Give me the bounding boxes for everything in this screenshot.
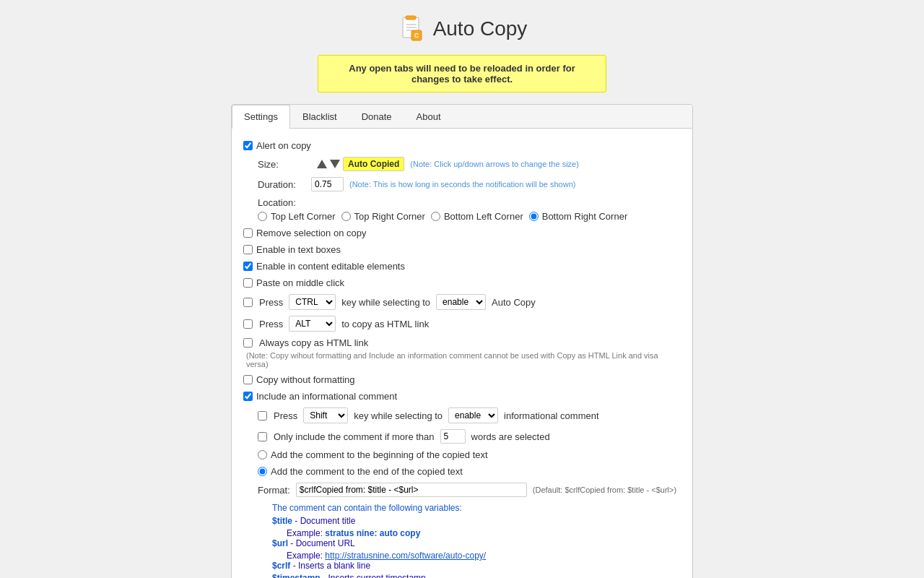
alert-on-copy-checkbox[interactable] bbox=[243, 141, 253, 150]
location-top-left-radio[interactable] bbox=[258, 212, 267, 221]
add-beginning-label[interactable]: Add the comment to the beginning of the … bbox=[258, 449, 488, 460]
app-header: C Auto Copy bbox=[397, 14, 528, 43]
location-top-right-radio[interactable] bbox=[341, 212, 351, 221]
format-input[interactable] bbox=[296, 483, 527, 497]
press-alt-checkbox[interactable] bbox=[243, 319, 253, 329]
press-ctrl-action-select[interactable]: enable disable bbox=[436, 294, 486, 310]
size-label: Size: bbox=[258, 159, 308, 170]
press-ctrl-checkbox[interactable] bbox=[243, 298, 253, 307]
location-options: Top Left Corner Top Right Corner Bottom … bbox=[258, 211, 627, 222]
press-ctrl-suffix: Auto Copy bbox=[492, 297, 536, 308]
var-url-line: $url - Document URL bbox=[272, 538, 681, 548]
press-shift-key-select[interactable]: Shift CTRL ALT bbox=[303, 407, 348, 423]
main-container: Settings Blacklist Donate About Alert on… bbox=[231, 104, 693, 578]
copy-without-formatting-row: Copy without formatting bbox=[243, 374, 681, 385]
enable-text-boxes-row: Enable in text boxes bbox=[243, 244, 681, 255]
size-up-icon[interactable] bbox=[317, 160, 327, 168]
copy-without-formatting-checkbox[interactable] bbox=[243, 375, 253, 384]
svg-text:C: C bbox=[414, 32, 419, 39]
var-crlf-name: $crlf bbox=[272, 561, 290, 571]
alert-on-copy-row: Alert on copy bbox=[243, 140, 681, 151]
var-url-desc: - Document URL bbox=[290, 538, 354, 548]
press-alt-row: Press ALT CTRL SHIFT to copy as HTML lin… bbox=[243, 316, 681, 332]
location-bottom-right-radio[interactable] bbox=[529, 212, 539, 221]
size-down-icon[interactable] bbox=[330, 160, 340, 168]
notice-banner: Any open tabs will need to be reloaded i… bbox=[318, 55, 606, 92]
location-bottom-right[interactable]: Bottom Right Corner bbox=[529, 211, 628, 222]
app-title: Auto Copy bbox=[433, 17, 528, 40]
tab-about[interactable]: About bbox=[404, 105, 453, 128]
words-input[interactable] bbox=[440, 429, 466, 444]
only-if-checkbox[interactable] bbox=[258, 432, 267, 441]
press-ctrl-row: Press CTRL ALT SHIFT key while selecting… bbox=[243, 294, 681, 310]
location-bottom-left[interactable]: Bottom Left Corner bbox=[431, 211, 523, 222]
notice-text: Any open tabs will need to be reloaded i… bbox=[349, 63, 575, 85]
only-if-row: Only include the comment if more than wo… bbox=[258, 429, 681, 444]
enable-text-boxes-text: Enable in text boxes bbox=[256, 244, 341, 255]
tab-donate[interactable]: Donate bbox=[349, 105, 404, 128]
size-row: Size: Auto Copied (Note: Click up/down a… bbox=[258, 157, 681, 171]
paste-middle-click-label[interactable]: Paste on middle click bbox=[243, 277, 344, 288]
enable-text-boxes-label[interactable]: Enable in text boxes bbox=[243, 244, 341, 255]
var-title-line: $title - Document title bbox=[272, 516, 681, 526]
add-end-label[interactable]: Add the comment to the end of the copied… bbox=[258, 466, 463, 477]
location-bottom-left-radio[interactable] bbox=[431, 212, 440, 221]
var-crlf-desc: - Inserts a blank line bbox=[293, 561, 370, 571]
only-if-suffix: words are selected bbox=[471, 431, 550, 442]
enable-content-editable-label[interactable]: Enable in content editable elements bbox=[243, 261, 405, 272]
app-icon: C bbox=[397, 14, 426, 43]
location-row: Location: Top Left Corner Top Right Corn… bbox=[258, 197, 681, 222]
size-note: (Note: Click up/down arrows to change th… bbox=[410, 160, 579, 168]
enable-content-editable-checkbox[interactable] bbox=[243, 262, 253, 271]
press-alt-key-select[interactable]: ALT CTRL SHIFT bbox=[289, 316, 336, 332]
always-html-checkbox[interactable] bbox=[243, 338, 253, 348]
tab-settings[interactable]: Settings bbox=[232, 105, 290, 129]
remove-selection-checkbox[interactable] bbox=[243, 228, 253, 238]
location-bottom-right-label: Bottom Right Corner bbox=[542, 211, 628, 222]
include-informational-row: Include an informational comment bbox=[243, 391, 681, 402]
press-ctrl-label: Press bbox=[259, 297, 283, 308]
include-informational-label[interactable]: Include an informational comment bbox=[243, 391, 397, 402]
remove-selection-text: Remove selection on copy bbox=[256, 228, 366, 238]
copy-without-formatting-label[interactable]: Copy without formatting bbox=[243, 374, 355, 385]
add-end-radio[interactable] bbox=[258, 467, 267, 476]
location-top-left[interactable]: Top Left Corner bbox=[258, 211, 336, 222]
paste-middle-click-text: Paste on middle click bbox=[256, 277, 344, 288]
paste-middle-click-checkbox[interactable] bbox=[243, 278, 253, 288]
paste-middle-click-row: Paste on middle click bbox=[243, 277, 681, 288]
press-shift-suffix: informational comment bbox=[504, 410, 599, 421]
copy-without-formatting-text: Copy without formatting bbox=[256, 374, 355, 385]
add-end-text: Add the comment to the end of the copied… bbox=[271, 466, 463, 477]
tab-blacklist[interactable]: Blacklist bbox=[290, 105, 349, 128]
always-html-note: (Note: Copy wihout formatting and Includ… bbox=[246, 351, 681, 368]
remove-selection-label[interactable]: Remove selection on copy bbox=[243, 228, 366, 238]
include-informational-checkbox[interactable] bbox=[243, 392, 253, 401]
svg-rect-1 bbox=[406, 16, 416, 20]
duration-row: Duration: (Note: This is how long in sec… bbox=[258, 177, 681, 191]
location-top-left-label: Top Left Corner bbox=[271, 211, 336, 222]
press-ctrl-key-select[interactable]: CTRL ALT SHIFT bbox=[289, 294, 336, 310]
add-beginning-radio[interactable] bbox=[258, 450, 267, 460]
add-beginning-text: Add the comment to the beginning of the … bbox=[271, 449, 488, 460]
duration-note: (Note: This is how long in seconds the n… bbox=[349, 180, 575, 189]
format-row: Format: (Default: $crlfCopied from: $tit… bbox=[258, 483, 681, 497]
format-label: Format: bbox=[258, 485, 290, 496]
variables-section: The comment can contain the following va… bbox=[272, 503, 681, 578]
location-top-right[interactable]: Top Right Corner bbox=[341, 211, 425, 222]
duration-input[interactable] bbox=[311, 177, 344, 191]
enable-text-boxes-checkbox[interactable] bbox=[243, 245, 253, 254]
always-html-row: Always copy as HTML link (Note: Copy wih… bbox=[243, 337, 681, 368]
var-title-example: Example: stratus nine: auto copy bbox=[287, 528, 681, 538]
include-informational-text: Include an informational comment bbox=[256, 391, 397, 402]
press-shift-action-select[interactable]: enable disable bbox=[448, 407, 498, 423]
always-html-text: Always copy as HTML link bbox=[259, 337, 368, 348]
press-shift-middle: key while selecting to bbox=[354, 410, 443, 421]
press-shift-checkbox[interactable] bbox=[258, 411, 267, 420]
var-url-example-value[interactable]: http://stratusnine.com/software/auto-cop… bbox=[325, 551, 486, 561]
alert-on-copy-label[interactable]: Alert on copy bbox=[243, 140, 311, 151]
alert-on-copy-text: Alert on copy bbox=[256, 140, 311, 151]
press-alt-label: Press bbox=[259, 319, 283, 329]
informational-subsection: Press Shift CTRL ALT key while selecting… bbox=[258, 407, 681, 578]
format-default: (Default: $crlfCopied from: $title - <$u… bbox=[533, 486, 676, 494]
var-timestamp-line: $timestamp - Inserts current timestamp bbox=[272, 573, 681, 578]
